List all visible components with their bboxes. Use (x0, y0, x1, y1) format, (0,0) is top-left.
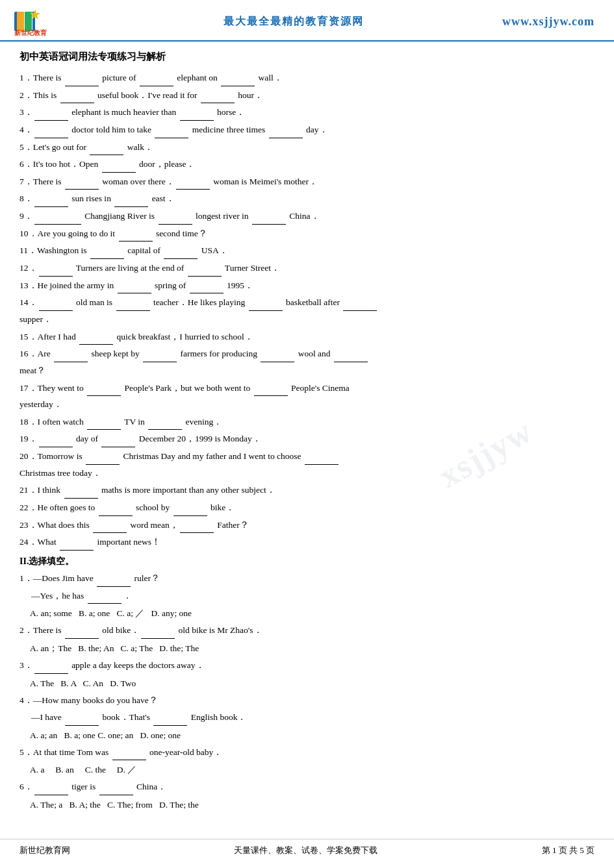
blank (188, 266, 222, 277)
part1-exercises: 1．There is picture of elephant on wall． … (19, 69, 595, 551)
logo-area: 新世纪教育 (13, 6, 84, 36)
blank (252, 214, 286, 225)
blank (34, 214, 81, 225)
blank (141, 628, 175, 639)
blank (90, 145, 123, 155)
blank (39, 301, 73, 311)
footer-center: 天量课件、教案、试卷、学案免费下载 (234, 845, 377, 856)
blank (112, 750, 146, 760)
blank (343, 301, 377, 311)
exercise-13: 13．He joined the army in spring of 1995． (19, 277, 595, 294)
svg-text:新世纪教育: 新世纪教育 (14, 29, 47, 36)
svg-rect-2 (17, 12, 24, 31)
blank (101, 437, 135, 447)
blank (201, 93, 235, 103)
header-subtitle: 最大最全最精的教育资源网 (224, 15, 364, 29)
header-url: www.xsjjyw.com (502, 15, 595, 29)
blank (60, 540, 94, 551)
blank (334, 352, 368, 362)
exercise-9: 9． Changjiang River is longest river in … (19, 208, 595, 225)
exercise-4: 4． doctor told him to take medicine thre… (19, 121, 595, 138)
logo-icon: 新世纪教育 (13, 6, 84, 36)
exercise-21: 21．I think maths is more important than … (19, 482, 595, 499)
exercise-8: 8． sun rises in east． (19, 190, 595, 207)
mc-exercise-4-q: 4．—How many books do you have？ (19, 692, 595, 709)
exercise-11: 11．Washington is capital of USA． (19, 242, 595, 259)
mc-exercise-5-q: 5．At that time Tom was one-year-old baby… (19, 744, 595, 761)
footer-right: 第 1 页 共 5 页 (542, 845, 595, 856)
mc-exercise-2-q: 2．There is old bike． old bike is Mr Zhao… (19, 622, 595, 639)
content: 初中英语冠词用法专项练习与解析 1．There is picture of el… (0, 42, 614, 852)
blank (64, 488, 98, 499)
blank (221, 76, 255, 86)
blank (86, 454, 120, 465)
exercise-3: 3． elephant is much heavier than horse． (19, 104, 595, 121)
exercise-12: 12． Turners are living at the end of Tur… (19, 260, 595, 277)
exercise-7: 7．There is woman over there． woman is Me… (19, 173, 595, 190)
blank (99, 506, 133, 516)
mc-exercise-4-options: A. a; an B. a; one C. one; an D. one; on… (30, 726, 595, 744)
exercise-24: 24．What important news！ (19, 534, 595, 551)
blank (54, 352, 88, 362)
blank (173, 506, 207, 516)
blank (34, 663, 68, 674)
mc-exercise-6-options: A. The; a B. A; the C. The; from D. The;… (30, 796, 595, 813)
blank (148, 419, 182, 430)
exercise-6: 6．It's too hot．Open door，please． (19, 156, 595, 173)
mc-exercise-2-options: A. an；The B. the; An C. a; The D. the; T… (30, 639, 595, 657)
blank (176, 179, 210, 190)
blank (65, 179, 99, 190)
blank (180, 523, 214, 533)
blank (164, 249, 198, 259)
mc-exercise-1-sub: —Yes，he has ． (31, 588, 595, 604)
blank (93, 523, 127, 533)
blank (249, 301, 283, 311)
exercise-15: 15．After I had quick breakfast，I hurried… (19, 329, 595, 345)
blank (39, 437, 73, 447)
blank (65, 628, 99, 639)
footer-left: 新世纪教育网 (19, 845, 70, 856)
mc-exercise-1-q: 1．—Does Jim have ruler？ (19, 570, 595, 587)
blank (116, 301, 150, 311)
blank (190, 283, 224, 293)
blank (114, 197, 148, 207)
blank (34, 128, 68, 138)
mc-exercise-3-q: 3． apple a day keeps the doctors away． (19, 657, 595, 674)
blank (90, 249, 124, 259)
exercise-19: 19． day of December 20，1999 is Monday． (19, 430, 595, 447)
mc-exercise-6-q: 6． tiger is China． (19, 778, 595, 795)
blank (39, 266, 73, 277)
exercise-22: 22．He often goes to school by bike． (19, 499, 595, 516)
blank (60, 93, 94, 103)
exercise-16: 16．Are sheep kept by farmers for produci… (19, 345, 595, 378)
blank (159, 214, 192, 225)
blank (118, 283, 151, 293)
blank (34, 785, 68, 795)
blank (261, 352, 294, 362)
blank (305, 454, 339, 465)
blank (269, 128, 303, 138)
svg-rect-3 (25, 12, 32, 31)
blank (79, 334, 113, 345)
mc-exercise-4-sub: —I have book．That's English book． (31, 709, 595, 726)
part2-exercises: 1．—Does Jim have ruler？ —Yes，he has ． A.… (19, 570, 595, 813)
blank (65, 76, 99, 86)
blank (34, 197, 68, 207)
exercise-23: 23．What does this word mean， Father？ (19, 517, 595, 534)
blank (34, 110, 68, 121)
blank (140, 76, 173, 86)
blank (180, 110, 214, 121)
exercise-17: 17．They went to People's Park，but we bot… (19, 380, 595, 413)
footer: 新世纪教育网 天量课件、教案、试卷、学案免费下载 第 1 页 共 5 页 (0, 839, 614, 856)
exercise-1: 1．There is picture of elephant on wall． (19, 69, 595, 86)
blank (87, 386, 121, 396)
blank (88, 593, 122, 604)
section2-label: II.选择填空。 (19, 556, 595, 567)
mc-exercise-3-options: A. The B. A C. An D. Two (30, 675, 595, 692)
doc-title: 初中英语冠词用法专项练习与解析 (19, 51, 595, 63)
mc-exercise-5-options: A. a B. an C. the D. ／ (30, 761, 595, 778)
exercise-10: 10．Are you going to do it second time？ (19, 225, 595, 242)
blank (153, 715, 187, 726)
exercise-5: 5．Let's go out for walk． (19, 139, 595, 156)
blank (87, 419, 121, 430)
